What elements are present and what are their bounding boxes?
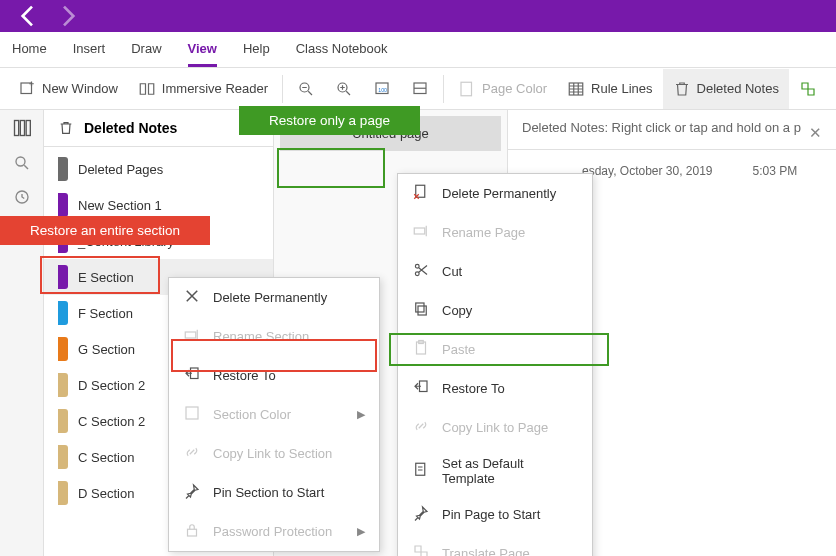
svg-point-19 [415, 272, 419, 276]
svg-rect-10 [26, 121, 30, 136]
section-color-swatch [58, 265, 68, 289]
tab-help[interactable]: Help [243, 33, 270, 67]
ctx-page-item[interactable]: Restore To [398, 369, 592, 408]
ctx-page-item[interactable]: Set as Default Template [398, 447, 592, 495]
close-icon[interactable]: ✕ [809, 124, 822, 142]
new-window-button[interactable]: New Window [8, 69, 128, 109]
callout-restore-page: Restore only a page [239, 106, 420, 135]
section-context-menu: Delete PermanentlyRename SectionRestore … [168, 277, 380, 552]
ctx-section-item-label: Pin Section to Start [213, 485, 324, 500]
section-item-label: C Section 2 [78, 414, 145, 429]
rule-lines-button[interactable]: Rule Lines [557, 69, 662, 109]
rename-icon [183, 326, 201, 347]
left-rail [0, 110, 44, 556]
page-color-label: Page Color [482, 81, 547, 96]
x-page-icon [412, 183, 430, 204]
toolbar-separator [443, 75, 444, 103]
tab-insert[interactable]: Insert [73, 33, 106, 67]
section-color-swatch [58, 445, 68, 469]
zoom-in-icon [335, 80, 353, 98]
ctx-page-item[interactable]: Delete Permanently [398, 174, 592, 213]
page-context-menu: Delete PermanentlyRename PageCutCopyPast… [397, 173, 593, 556]
ctx-page-item-label: Cut [442, 264, 462, 279]
zoom-in-button[interactable] [325, 69, 363, 109]
tab-home[interactable]: Home [12, 33, 47, 67]
ctx-page-item[interactable]: Cut [398, 252, 592, 291]
page-width-button[interactable] [401, 69, 439, 109]
recent-icon[interactable] [13, 188, 31, 206]
rule-lines-label: Rule Lines [591, 81, 652, 96]
ctx-section-item: Section Color▶ [169, 395, 379, 434]
page-width-icon [411, 80, 429, 98]
svg-text:100: 100 [378, 87, 387, 93]
back-button[interactable] [8, 0, 48, 32]
ctx-page-item-label: Restore To [442, 381, 505, 396]
section-item-label: E Section [78, 270, 134, 285]
section-color-swatch [58, 481, 68, 505]
x-icon [183, 287, 201, 308]
svg-rect-9 [20, 121, 24, 136]
section-color-swatch [58, 157, 68, 181]
callout-restore-section: Restore an entire section [0, 216, 210, 245]
note-header: Deleted Notes: Right click or tap and ho… [522, 120, 822, 135]
ctx-page-item: Rename Page [398, 213, 592, 252]
ctx-section-item-label: Rename Section [213, 329, 309, 344]
ctx-page-item-label: Set as Default Template [442, 456, 578, 486]
note-time: 5:03 PM [753, 164, 798, 178]
pin-icon [412, 504, 430, 525]
pin-icon [183, 482, 201, 503]
section-panel-title: Deleted Notes [84, 120, 177, 136]
ctx-section-item[interactable]: Delete Permanently [169, 278, 379, 317]
notebooks-icon[interactable] [12, 118, 32, 138]
ctx-section-item-label: Password Protection [213, 524, 332, 539]
toolbar-separator [282, 75, 283, 103]
translate-icon [412, 543, 430, 556]
section-item[interactable]: Deleted Pages [44, 151, 273, 187]
ctx-page-item-label: Copy [442, 303, 472, 318]
immersive-reader-label: Immersive Reader [162, 81, 268, 96]
ctx-section-item: Rename Section [169, 317, 379, 356]
section-item-label: D Section 2 [78, 378, 145, 393]
svg-rect-26 [416, 463, 425, 475]
section-color-swatch [58, 193, 68, 217]
section-item-label: G Section [78, 342, 135, 357]
ctx-section-item-label: Copy Link to Section [213, 446, 332, 461]
svg-rect-21 [418, 306, 426, 315]
zoom-out-icon [297, 80, 315, 98]
ctx-section-item-label: Restore To [213, 368, 276, 383]
ctx-page-item-label: Delete Permanently [442, 186, 556, 201]
deleted-notes-button[interactable]: Deleted Notes [663, 69, 789, 109]
ctx-section-item-label: Delete Permanently [213, 290, 327, 305]
forward-button[interactable] [48, 0, 88, 32]
svg-point-20 [415, 264, 419, 268]
zoom-out-button[interactable] [287, 69, 325, 109]
ctx-page-item[interactable]: Pin Page to Start [398, 495, 592, 534]
svg-point-11 [16, 157, 25, 166]
search-icon[interactable] [13, 154, 31, 172]
section-item-label: F Section [78, 306, 133, 321]
tab-draw[interactable]: Draw [131, 33, 161, 67]
restore-icon [183, 365, 201, 386]
section-item-label: D Section [78, 486, 134, 501]
ctx-section-item: Password Protection▶ [169, 512, 379, 551]
zoom-100-icon: 100 [373, 80, 391, 98]
divider [508, 149, 836, 150]
ctx-page-item: Paste [398, 330, 592, 369]
view-toolbar: New Window Immersive Reader 100 Page Col… [0, 68, 836, 110]
ctx-section-item-label: Section Color [213, 407, 291, 422]
translate-button[interactable] [789, 69, 827, 109]
zoom-100-button[interactable]: 100 [363, 69, 401, 109]
ctx-section-item[interactable]: Pin Section to Start [169, 473, 379, 512]
ctx-section-item[interactable]: Restore To [169, 356, 379, 395]
ctx-page-item[interactable]: Copy [398, 291, 592, 330]
rule-lines-icon [567, 80, 585, 98]
deleted-notes-label: Deleted Notes [697, 81, 779, 96]
chevron-right-icon: ▶ [357, 408, 365, 421]
ctx-page-item: Copy Link to Page [398, 408, 592, 447]
window-titlebar [0, 0, 836, 32]
immersive-reader-button[interactable]: Immersive Reader [128, 69, 278, 109]
tab-view[interactable]: View [188, 33, 217, 67]
section-color-swatch [58, 337, 68, 361]
svg-rect-13 [185, 332, 196, 338]
tab-class-notebook[interactable]: Class Notebook [296, 33, 388, 67]
